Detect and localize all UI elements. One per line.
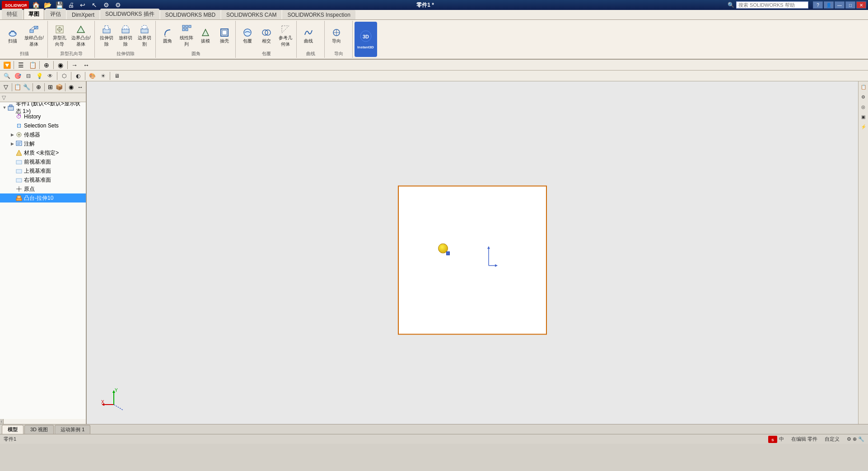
sensors-expander[interactable]: ▶: [9, 132, 15, 138]
view-light-btn[interactable]: 💡: [34, 71, 44, 81]
pt-clipboard-btn[interactable]: 📋: [14, 82, 22, 92]
rs-btn-3[interactable]: ◎: [859, 102, 868, 111]
curve-btn[interactable]: 曲线: [299, 26, 317, 45]
history-expander[interactable]: [9, 113, 15, 120]
fillet-btn[interactable]: 圆角: [159, 26, 177, 45]
tab-features[interactable]: 特征: [2, 9, 23, 19]
boss-extrude-expander[interactable]: [9, 195, 15, 201]
arrow2-btn[interactable]: ↔: [81, 61, 91, 70]
tree-annotations[interactable]: ▶ 注解: [0, 139, 86, 148]
tab-sketch[interactable]: 草图: [23, 9, 44, 19]
pt-box-btn[interactable]: 📦: [55, 82, 63, 92]
rs-btn-4[interactable]: ▣: [859, 112, 868, 121]
root-expander[interactable]: ▼: [2, 104, 7, 111]
loft-cut-btn[interactable]: 放样切除: [117, 23, 135, 48]
tab-sw-cam[interactable]: SOLIDWORKS CAM: [221, 10, 281, 19]
select-btn[interactable]: ↖: [89, 0, 99, 9]
rebuild-btn[interactable]: ⚙: [101, 0, 111, 9]
pt-filter-btn[interactable]: ▽: [2, 82, 10, 92]
new-btn[interactable]: 🏠: [31, 0, 41, 9]
tree-top-plane[interactable]: 上视基准面: [0, 166, 86, 175]
right-plane-expander[interactable]: [9, 177, 15, 183]
pt-grid-btn[interactable]: ⊞: [47, 82, 55, 92]
view-section-btn[interactable]: ⊟: [23, 71, 33, 81]
maximize-btn[interactable]: □: [845, 1, 855, 9]
crosshair-btn[interactable]: ⊕: [42, 61, 51, 70]
tab-dimxpert[interactable]: DimXpert: [67, 10, 99, 19]
minimize-btn[interactable]: —: [835, 1, 845, 9]
viewport[interactable]: X Y: [87, 81, 858, 424]
tree-sensors[interactable]: ▶ 传感器: [0, 130, 86, 139]
undo-btn[interactable]: ↩: [78, 0, 88, 9]
boundary-cut-btn[interactable]: 边界切割: [135, 23, 154, 48]
instant3d-btn[interactable]: 3D Instant3D: [355, 22, 377, 57]
tree-right-plane[interactable]: 右视基准面: [0, 175, 86, 184]
ref-geometry-btn[interactable]: 参考几何体: [276, 23, 294, 48]
guide-btn[interactable]: 导向: [327, 26, 345, 45]
tab-motion[interactable]: 运动算例 1: [55, 425, 90, 434]
tree-origin[interactable]: 原点: [0, 184, 86, 193]
tree-root[interactable]: ▼ 零件1 (默认<<默认>显示状态 1>): [0, 103, 86, 112]
panel-collapse-handle[interactable]: ‹: [0, 419, 4, 424]
view-zoom-btn[interactable]: 🔍: [2, 71, 12, 81]
pt-crosshair-btn[interactable]: ⊕: [34, 82, 42, 92]
svg-line-5: [30, 26, 34, 30]
tab-sw-plugins[interactable]: SOLIDWORKS 插件: [100, 9, 159, 19]
wrap-btn[interactable]: 包覆: [238, 26, 257, 45]
close-btn[interactable]: ✕: [856, 1, 866, 9]
loft-btn[interactable]: 放样凸台/基体: [23, 23, 46, 48]
hole-wizard-btn[interactable]: 异型孔向导: [51, 23, 69, 48]
material-expander[interactable]: [9, 150, 15, 156]
toggle-btn[interactable]: ☰: [16, 61, 26, 70]
view-scene-btn[interactable]: ☀: [98, 71, 108, 81]
view-display-btn[interactable]: 🖥: [112, 71, 122, 81]
pt-circle-btn[interactable]: ◉: [67, 82, 75, 92]
view-target-btn[interactable]: 🎯: [13, 71, 23, 81]
extrude-cut-btn[interactable]: 拉伸切除: [98, 23, 116, 48]
view-shade-btn[interactable]: ◐: [73, 71, 83, 81]
clipboard-btn[interactable]: 📋: [28, 61, 37, 70]
rs-btn-1[interactable]: 📋: [859, 82, 868, 91]
origin-expander[interactable]: [9, 186, 15, 192]
tab-3d-view[interactable]: 3D 视图: [24, 425, 54, 434]
tab-model[interactable]: 模型: [2, 425, 23, 434]
intersect-btn[interactable]: 相交: [257, 26, 275, 45]
shell-btn[interactable]: 抽壳: [215, 26, 233, 45]
tree-front-plane[interactable]: 前视基准面: [0, 157, 86, 166]
help-btn[interactable]: ?: [813, 1, 823, 9]
filter-btn[interactable]: 🔽: [2, 61, 12, 70]
save-btn[interactable]: 💾: [54, 0, 64, 9]
pt-arrow-btn[interactable]: ↔: [76, 82, 84, 92]
svg-rect-3: [30, 30, 33, 33]
top-plane-expander[interactable]: [9, 168, 15, 174]
settings-btn[interactable]: ⚙: [113, 0, 123, 9]
pattern-icon: [181, 24, 192, 35]
pt-tool-btn[interactable]: 🔧: [23, 82, 31, 92]
tree-material[interactable]: 材质 <未指定>: [0, 148, 86, 157]
svg-rect-49: [17, 196, 21, 198]
selection-sets-expander[interactable]: [9, 122, 15, 129]
view-color-btn[interactable]: 🎨: [87, 71, 97, 81]
tree-boss-extrude[interactable]: 凸台-拉伸10: [0, 193, 86, 203]
draft-btn[interactable]: 拔模: [196, 26, 215, 45]
rs-btn-2[interactable]: ⚙: [859, 92, 868, 101]
tab-sw-mbd[interactable]: SOLIDWORKS MBD: [160, 10, 220, 19]
pattern-btn[interactable]: 线性阵列: [177, 23, 196, 48]
open-btn[interactable]: 📂: [42, 0, 52, 9]
tab-evaluate[interactable]: 评估: [45, 9, 66, 19]
rs-btn-5[interactable]: ⚡: [859, 122, 868, 131]
tree-selection-sets[interactable]: ⊡ Selection Sets: [0, 121, 86, 130]
front-plane-expander[interactable]: [9, 159, 15, 165]
boundary-boss-btn[interactable]: 边界凸台/基体: [70, 23, 93, 48]
account-btn[interactable]: 👤: [824, 1, 834, 9]
sweep-btn[interactable]: 扫描: [4, 26, 22, 45]
annotations-expander[interactable]: ▶: [9, 141, 15, 147]
view-3d-btn[interactable]: ⬡: [59, 71, 69, 81]
search-input[interactable]: [736, 1, 808, 9]
view-hide-btn[interactable]: 👁: [45, 71, 55, 81]
print-btn[interactable]: 🖨: [66, 0, 76, 9]
tab-sw-inspection[interactable]: SOLIDWORKS Inspection: [282, 10, 355, 19]
sep3: [53, 61, 54, 69]
arrow-btn[interactable]: →: [70, 61, 79, 70]
circle-btn[interactable]: ◉: [56, 61, 65, 70]
